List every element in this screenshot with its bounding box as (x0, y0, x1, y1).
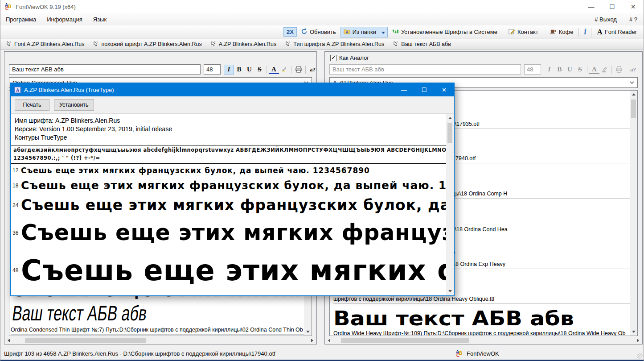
left-text-input[interactable]: Ваш текст АБВ абв (9, 64, 201, 75)
aa-sample-button[interactable]: a? (628, 65, 638, 75)
contact-button[interactable]: Контакт (506, 27, 541, 37)
bold-button[interactable]: B (554, 65, 565, 75)
pangram-sample: Съешь еще этих мягких французских булок,… (21, 291, 446, 295)
statusbar: Шрифт 103 из 4658 A.ZP Blinkers.Alen.Rus… (0, 347, 644, 360)
scrollbar-thumb[interactable] (25, 338, 146, 343)
scrollbar-thumb[interactable] (631, 100, 636, 118)
refresh-icon (301, 28, 308, 36)
tab-font-type[interactable]: Тип шрифта A.ZP Blinkers.Alen.Rus (281, 39, 389, 50)
dialog-maximize-button[interactable]: ☐ (414, 83, 434, 96)
minimize-button[interactable]: — (581, 0, 602, 13)
font-version-line: Версия: Version 1.00 September 23, 2019,… (15, 125, 443, 133)
tab-your-text[interactable]: Ваш текст АБВ абв (389, 39, 455, 50)
scroll-down-button[interactable] (304, 328, 312, 336)
aa-sample-button[interactable]: a? (308, 65, 318, 75)
menu-exit[interactable]: # Выход (588, 16, 623, 23)
font-sample-ordina-condensed-thin[interactable]: Ваш текст АБВ абв (11, 302, 225, 325)
menu-language[interactable]: Язык (88, 16, 112, 23)
print-button[interactable] (293, 65, 304, 75)
italic-button[interactable]: I (544, 65, 554, 75)
font-color-button[interactable]: A (589, 66, 599, 74)
scroll-down-button[interactable] (446, 287, 454, 295)
strikethrough-button[interactable]: S (575, 65, 585, 75)
scroll-right-button[interactable] (308, 336, 316, 344)
pangram-row-24: 24 Съешь еще этих мягких французских бул… (11, 194, 446, 216)
right-text-input[interactable]: Ваш текст АБВ абв (329, 64, 521, 75)
dialog-preview-area: Имя шрифта: A.ZP Blinkers.Alen.Rus Верси… (11, 114, 446, 295)
dialog-print-button[interactable]: Печать (15, 99, 49, 111)
font-reader-button[interactable]: A Font Reader (595, 27, 639, 37)
installed-fonts-button[interactable]: Установленные Шрифты в Системе (390, 27, 500, 37)
close-button[interactable]: ✕ (623, 0, 644, 13)
dialog-install-button[interactable]: Установить (54, 99, 94, 111)
pangram-sample: Съешь еще этих мягких французских булок,… (21, 166, 370, 175)
scroll-up-button[interactable] (446, 114, 454, 122)
tab-font[interactable]: Font A.ZP Blinkers.Alen.Rus (2, 39, 89, 50)
right-size-input[interactable]: 48 (524, 64, 541, 75)
font-list-item[interactable]: Ваш текст АБВ абв Ordina Wide Heavy Шриф… (330, 304, 630, 336)
font-file-icon: A (14, 87, 21, 93)
font-color-button[interactable]: A (269, 66, 279, 74)
left-list-visible-items: Съешь еще этих мягких французских Ваш те… (11, 296, 304, 336)
tab-font-name[interactable]: A.ZP Blinkers.Alen.Rus (206, 39, 281, 50)
as-analog-checkbox-row[interactable]: ✓ Как Аналог (330, 54, 369, 61)
resize-grip[interactable] (637, 353, 643, 359)
dialog-close-button[interactable]: ✕ (434, 83, 454, 96)
print-button[interactable] (614, 65, 624, 75)
scrollbar-thumb[interactable] (341, 338, 469, 343)
menu-help[interactable]: # ? (623, 16, 644, 23)
highlighter-button[interactable] (279, 65, 289, 75)
from-folder-dropdown-arrow[interactable] (379, 27, 387, 37)
strikethrough-button[interactable]: S (254, 65, 265, 75)
scroll-down-button[interactable] (630, 328, 637, 336)
coffee-button[interactable]: Кофе (547, 27, 576, 37)
size-label: 36 (11, 230, 21, 236)
size-label: 48 (11, 267, 21, 274)
dialog-titlebar[interactable]: A A.ZP Blinkers.Alen.Rus (TrueType) — ☐ … (11, 83, 454, 96)
checkbox-checked-icon[interactable]: ✓ (330, 55, 336, 61)
alphabet-sample-line2: 1234567890.:,; ' " (!?) +-*/= (11, 154, 446, 163)
underline-button[interactable]: U (565, 65, 575, 75)
pangram-sample: Съешь еще этих мягких французских булок,… (21, 220, 446, 245)
maximize-button[interactable]: ☐ (602, 0, 623, 13)
right-list-vertical-scrollbar[interactable] (630, 91, 637, 336)
dialog-minimize-button[interactable]: — (394, 83, 414, 96)
right-horizontal-scrollbar[interactable] (325, 336, 642, 344)
style-separator (611, 66, 612, 74)
font-picker-icon (285, 41, 291, 48)
scroll-left-button[interactable] (325, 336, 333, 344)
left-size-input[interactable]: 48 (204, 64, 221, 75)
font-picker-icon (6, 41, 12, 48)
scrollbar-thumb[interactable] (447, 123, 452, 143)
dialog-title: A.ZP Blinkers.Alen.Rus (TrueType) (24, 87, 114, 93)
menu-program[interactable]: Программа (0, 16, 41, 23)
menu-information[interactable]: Информация (41, 16, 88, 23)
refresh-button[interactable]: Обновить (299, 27, 338, 37)
coffee-cup-icon (550, 28, 557, 36)
bold-button[interactable]: B (234, 65, 244, 75)
status-divider (577, 349, 577, 358)
chevron-down-icon (630, 81, 634, 84)
scroll-left-button[interactable] (5, 336, 12, 344)
size-label: 18 (11, 183, 21, 189)
from-folder-button[interactable]: A Из папки (340, 27, 388, 37)
tab-similar-font[interactable]: похожий шрифт A.ZP Blinkers.Alen.Rus (89, 39, 206, 50)
font-path: Ordina Wide Heavy Шрифт-№:109) Путь:D:\С… (333, 328, 630, 336)
svg-text:A: A (346, 30, 349, 34)
info-button[interactable]: i (582, 27, 588, 37)
underline-button[interactable]: U (244, 65, 254, 75)
size-label: 12 (11, 167, 21, 174)
partial-font-sample: Ваш текст АБВ абв (11, 335, 304, 336)
font-preview-dialog: A A.ZP Blinkers.Alen.Rus (TrueType) — ☐ … (10, 83, 455, 296)
scroll-right-button[interactable] (634, 336, 642, 344)
italic-button[interactable]: I (224, 65, 234, 75)
pangram-sample: Съешь еще этих мягких французских булок,… (21, 254, 446, 287)
scroll-up-button[interactable] (630, 91, 637, 98)
app-logo-icon: ABC (456, 350, 464, 357)
pangram-row-48: 48 Съешь еще этих мягких французских бул… (11, 249, 446, 291)
zoom-2x-button[interactable]: 2X (283, 27, 297, 37)
status-app-name: FontViewOK (467, 350, 499, 357)
highlighter-button[interactable] (599, 65, 610, 75)
left-horizontal-scrollbar[interactable] (5, 336, 316, 344)
dialog-vertical-scrollbar[interactable] (446, 114, 454, 295)
